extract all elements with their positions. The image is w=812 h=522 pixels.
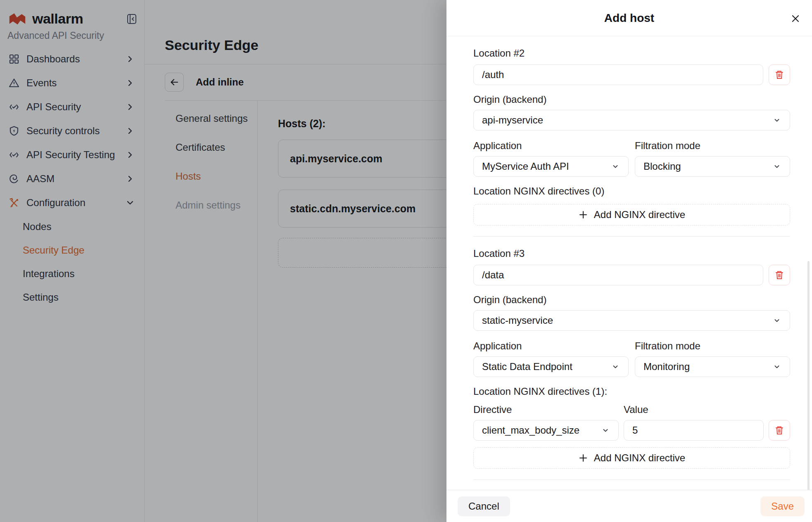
chevron-down-icon [601, 426, 610, 435]
delete-location-button[interactable] [769, 64, 790, 85]
application-label: Application [473, 140, 629, 152]
application-filtration-row: Static Data Endpoint Monitoring [473, 356, 790, 377]
cancel-button[interactable]: Cancel [458, 496, 510, 516]
filtration-mode-select-value: Monitoring [643, 361, 772, 373]
add-host-drawer: Add host Location #2 Origin (backend) ap… [446, 0, 812, 522]
origin-select-value: api-myservice [482, 114, 772, 126]
location-heading: Location #3 [473, 247, 790, 260]
chevron-down-icon [772, 162, 781, 171]
delete-directive-button[interactable] [769, 420, 790, 441]
chevron-down-icon [772, 316, 781, 325]
application-select[interactable]: MyService Auth API [473, 156, 629, 177]
application-filtration-labels: Application Filtration mode [473, 140, 790, 152]
application-filtration-row: MyService Auth API Blocking [473, 156, 790, 177]
filtration-mode-select[interactable]: Blocking [635, 156, 790, 177]
origin-select-value: static-myservice [482, 315, 772, 326]
location-path-input[interactable] [473, 64, 763, 85]
drawer-header: Add host [446, 0, 812, 36]
application-label: Application [473, 340, 629, 352]
save-button[interactable]: Save [760, 496, 805, 516]
drawer-title: Add host [604, 12, 654, 25]
directive-select[interactable]: client_max_body_size [473, 420, 619, 441]
modal-scrim[interactable] [0, 0, 446, 522]
drawer-footer: Cancel Save [446, 490, 812, 522]
chevron-down-icon [611, 362, 620, 371]
directives-heading: Location NGINX directives (1): [473, 385, 790, 398]
divider [473, 479, 790, 480]
chevron-down-icon [772, 362, 781, 371]
location-heading: Location #2 [473, 47, 790, 59]
filtration-mode-select-value: Blocking [643, 161, 772, 172]
plus-icon [578, 210, 588, 220]
filtration-mode-select[interactable]: Monitoring [635, 356, 790, 377]
filtration-mode-label: Filtration mode [635, 340, 790, 352]
delete-location-button[interactable] [769, 265, 790, 285]
drawer-body: Location #2 Origin (backend) api-myservi… [446, 36, 812, 490]
filtration-mode-label: Filtration mode [635, 140, 790, 152]
location-path-row [473, 265, 790, 285]
plus-icon [578, 453, 588, 463]
directive-column-labels: Directive Value [473, 403, 790, 416]
add-nginx-directive-button[interactable]: Add NGINX directive [473, 204, 790, 225]
origin-label: Origin (backend) [473, 294, 790, 306]
origin-select[interactable]: static-myservice [473, 310, 790, 331]
add-nginx-directive-label: Add NGINX directive [594, 452, 685, 464]
close-icon[interactable] [790, 13, 801, 24]
directives-heading: Location NGINX directives (0) [473, 185, 790, 197]
directive-column-label: Directive [473, 403, 619, 416]
chevron-down-icon [611, 162, 620, 171]
origin-select[interactable]: api-myservice [473, 110, 790, 130]
trash-icon [774, 69, 785, 80]
location-path-input[interactable] [473, 265, 763, 285]
trash-icon [774, 425, 785, 436]
divider [473, 236, 790, 237]
location-path-row [473, 64, 790, 85]
add-nginx-directive-label: Add NGINX directive [594, 209, 685, 221]
chevron-down-icon [772, 116, 781, 125]
add-nginx-directive-button[interactable]: Add NGINX directive [473, 447, 790, 469]
application-select-value: Static Data Endpoint [482, 361, 611, 373]
drawer-scrollbar[interactable] [807, 261, 810, 490]
directive-value-input[interactable] [624, 420, 764, 441]
directive-select-value: client_max_body_size [482, 425, 601, 436]
directive-row: client_max_body_size [473, 420, 790, 441]
value-column-label: Value [624, 403, 764, 416]
origin-label: Origin (backend) [473, 93, 790, 106]
application-filtration-labels: Application Filtration mode [473, 340, 790, 352]
application-select[interactable]: Static Data Endpoint [473, 356, 629, 377]
trash-icon [774, 270, 785, 280]
application-select-value: MyService Auth API [482, 161, 611, 172]
